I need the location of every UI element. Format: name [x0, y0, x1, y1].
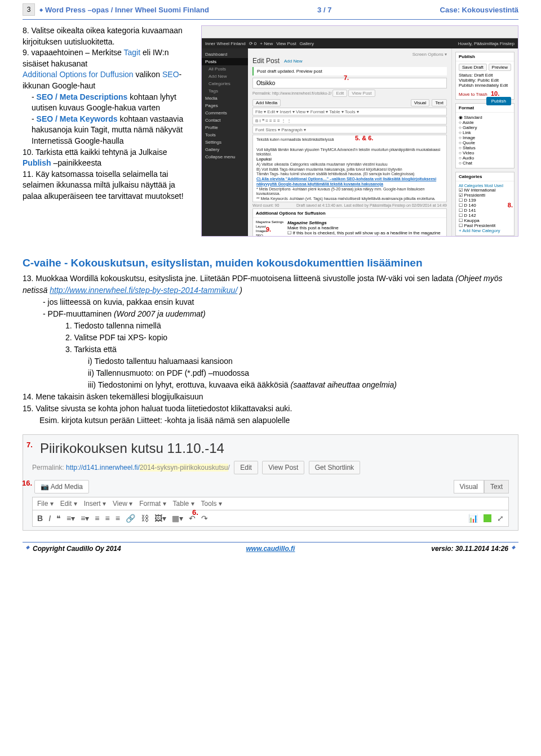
wp-sidebar[interactable]: Dashboard Posts All Posts Add New Catego… — [202, 48, 248, 237]
bullet-pdf: - PDF-muuttaminen (Word 2007 ja uudemmat… — [23, 308, 518, 320]
editor-content[interactable]: Tekstiä kuten normaalista tekstinkäsitte… — [252, 135, 447, 202]
c-phase-heading: C-vaihe - Kokouskutsun, esityslistan, mu… — [23, 257, 518, 269]
add-media-button-2[interactable]: 📷 Add Media — [34, 480, 89, 493]
table-icon[interactable]: ▦▾ — [172, 514, 183, 523]
c-phase-body: 13. Muokkaa Wordillä kokouskutsu, esitys… — [23, 273, 518, 426]
publish-imm-row: Publish immediately Edit — [459, 83, 511, 88]
edit-post-title: Edit Post — [252, 57, 280, 65]
editor2-toolbar[interactable]: B I ❝ ≡▾ ≡▾ ≡ ≡ ≡ 🔗 ⛓ 🖼▾ ▦▾ ↶ ↷ 📊 ⤢ — [32, 510, 509, 527]
page-header: 3 ◆ Word Press –opas / Inner Wheel Suomi… — [23, 0, 518, 20]
permalink-row: Permalink: http://www.innerwheel.fi/otsi… — [252, 90, 447, 97]
marker-5-6: 5. & 6. — [355, 135, 373, 141]
color-icon[interactable] — [484, 514, 491, 522]
step-14: 14. Mene takaisin äsken tekemällesi blog… — [23, 391, 518, 403]
editor-toolbar2[interactable]: Font Sizes ▾ Paragraph ▾ — [252, 126, 447, 134]
chart-icon[interactable]: 📊 — [468, 514, 478, 523]
tab-text-2[interactable]: Text — [484, 480, 509, 493]
footer-copyright: Copyright Caudillo Oy 2014 — [33, 545, 191, 553]
add-new-category[interactable]: + Add New Category — [459, 228, 511, 233]
diamond-icon: ◆ — [512, 545, 515, 553]
pdf-step-3: 3. Tarkista että — [23, 344, 518, 355]
step-11: 11. Käy katsomassa toisella selaimella t… — [23, 169, 194, 202]
editor-menu[interactable]: File ▾ Edit ▾ Insert ▾ View ▾ Format ▾ T… — [252, 108, 447, 115]
format-list[interactable]: Standard Aside Gallery Link Image Quote … — [456, 113, 514, 168]
footer-link[interactable]: www.caudillo.fi — [246, 545, 295, 553]
step-9-meta1: - SEO / Meta Descriptions kohtaan lyhyt … — [23, 92, 194, 114]
marker-7: 7. — [344, 74, 349, 81]
move-to-trash[interactable]: Move to Trash — [459, 92, 487, 97]
word-count: Word count: 90 — [252, 203, 279, 207]
step-9: 9. vapaaehtoinen – Merkitse Tagit eli IW… — [23, 47, 194, 69]
step-by-step-link[interactable]: http://www.innerwheel.fi/step-by-step-20… — [50, 286, 237, 295]
add-media-button[interactable]: Add Media — [252, 99, 281, 106]
step-15-example: Esim. kirjota kutsun perään Liitteet: -k… — [23, 415, 518, 426]
marker2-16: 16. — [22, 479, 32, 487]
align-right-icon[interactable]: ≡ — [116, 514, 120, 523]
footer-version: versio: 30.11.2014 14:26 — [350, 545, 508, 553]
categories-heading: Categories — [456, 172, 514, 181]
perma2-edit[interactable]: Edit — [234, 461, 258, 474]
marker-8: 8. — [508, 202, 513, 208]
status-row: Status: Draft Edit — [459, 73, 511, 78]
tab-visual-2[interactable]: Visual — [454, 480, 484, 493]
pdf-check-i: i) Tiedosto tallentuu haluamaasi kansioo… — [23, 355, 518, 367]
wp-right-column: Publish Save Draft Preview Status: Draft… — [451, 48, 518, 237]
perma2-shortlink[interactable]: Get Shortlink — [309, 461, 360, 474]
link-icon[interactable]: 🔗 — [126, 514, 135, 523]
permalink-view[interactable]: View Post — [348, 90, 375, 97]
editor2-menu[interactable]: File ▾ Edit ▾ Insert ▾ View ▾ Format ▾ T… — [32, 497, 509, 510]
redo-icon[interactable]: ↷ — [201, 514, 208, 523]
publish-heading: Publish — [456, 52, 514, 61]
tab-text[interactable]: Text — [432, 99, 447, 106]
fullscreen-icon[interactable]: ⤢ — [497, 514, 504, 523]
tab-visual[interactable]: Visual — [411, 99, 430, 106]
list-icon[interactable]: ≡▾ — [66, 514, 75, 523]
save-draft-button[interactable]: Save Draft — [459, 64, 487, 71]
browser-chrome — [202, 26, 518, 38]
pdf-check-iii: iii) Tiedostonimi on lyhyt, erottuva, ku… — [23, 379, 518, 391]
additional-options-box: Additional Options for Suffusion Magazin… — [252, 208, 447, 237]
align-center-icon[interactable]: ≡ — [105, 514, 110, 523]
title-field[interactable]: Otsikko — [252, 78, 447, 88]
step-15: 15. Valitse sivusta se kohta johon halua… — [23, 403, 518, 415]
post-title-2[interactable]: Piirikokouksen kutsu 11.10.-14 — [32, 441, 509, 456]
numlist-icon[interactable]: ≡▾ — [81, 514, 89, 523]
diamond-icon: ◆ — [26, 545, 29, 553]
pdf-check-ii: ii) Tallennusmuoto: on PDF (*.pdf) –muod… — [23, 367, 518, 379]
marker2-7: 7. — [26, 441, 33, 449]
image-icon[interactable]: 🖼▾ — [154, 514, 166, 523]
publish-button[interactable]: Publish — [486, 97, 511, 105]
unlink-icon[interactable]: ⛓ — [141, 514, 149, 523]
bullet-images: - jos liitteessä on kuvia, pakkaa ensin … — [23, 296, 518, 308]
step-13: 13. Muokkaa Wordillä kokouskutsu, esitys… — [23, 273, 518, 296]
wp-adminbar[interactable]: Inner Wheel Finland ⟳ 0 + New View Post … — [202, 38, 518, 48]
header-right: Case: Kokousviestintä — [440, 6, 518, 14]
add-new-link[interactable]: Add New — [284, 59, 302, 64]
update-notice: Post draft updated. Preview post — [252, 67, 447, 75]
header-center: 3 / 7 — [209, 6, 440, 14]
wp-main: Screen Options ▾ Edit Post Add New Post … — [248, 48, 451, 237]
step-10: 10. Tarkista että kaikki tehtynä ja Julk… — [23, 147, 194, 169]
editor-toolbar1[interactable]: B I ❝ ≡ ≡ ≡ ≡ ⋮ ⋮ — [252, 117, 447, 124]
pdf-step-1: 1. Tiedosto tallenna nimellä — [23, 320, 518, 332]
permalink-edit[interactable]: Edit — [332, 90, 347, 97]
screen-options[interactable]: Screen Options ▾ — [252, 52, 447, 57]
align-left-icon[interactable]: ≡ — [95, 514, 99, 523]
diamond-icon: ◆ — [39, 7, 43, 12]
categories-list[interactable]: All Categories Most Used IW Internationa… — [456, 181, 514, 235]
marker-10: 10. — [491, 90, 499, 97]
draft-saved: Draft saved at 4:13:40 am. Last edited b… — [296, 203, 447, 207]
page-number-box: 3 — [23, 3, 35, 16]
page-footer: ◆ Copyright Caudillo Oy 2014 www.caudill… — [23, 542, 518, 553]
visibility-row: Visibility: Public Edit — [459, 78, 511, 83]
preview-button[interactable]: Preview — [489, 64, 511, 71]
perma2-view[interactable]: View Post — [262, 461, 304, 474]
wordpress-screenshot: Inner Wheel Finland ⟳ 0 + New View Post … — [201, 25, 518, 237]
marker-9: 9. — [266, 226, 271, 233]
header-title: Word Press –opas / Inner Wheel Suomi Fin… — [45, 6, 209, 14]
marker2-6: 6. — [192, 508, 198, 517]
step-8: 8. Valitse oikealta oikea kategoria kuva… — [23, 25, 194, 47]
step-9-adf: Additional Options for Duffusion valikon… — [23, 69, 194, 91]
pdf-step-2: 2. Valitse PDF tai XPS- kopio — [23, 332, 518, 344]
editor-screenshot-2: 7. Piirikokouksen kutsu 11.10.-14 Permal… — [23, 434, 518, 531]
